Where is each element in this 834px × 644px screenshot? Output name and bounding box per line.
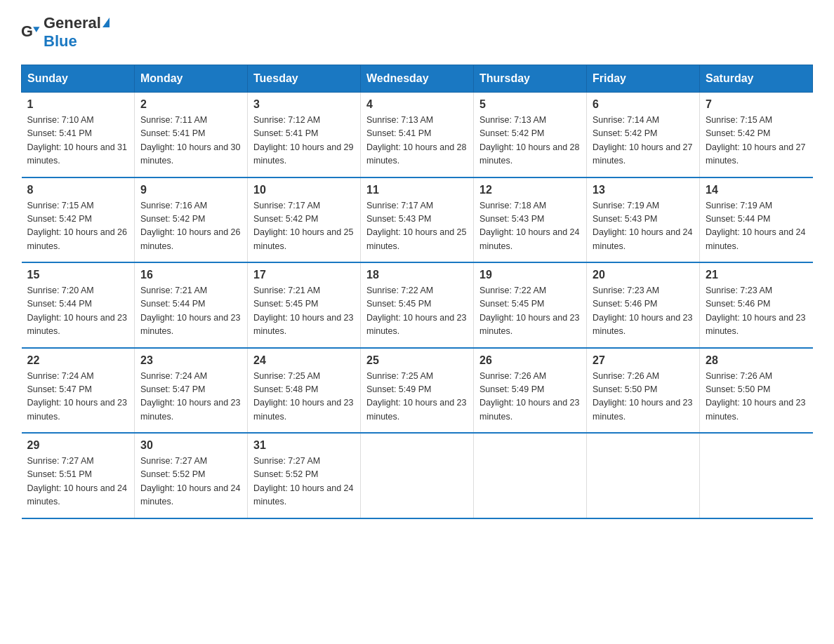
weekday-header-saturday: Saturday (700, 65, 813, 93)
day-info: Sunrise: 7:16 AMSunset: 5:42 PMDaylight:… (140, 201, 240, 251)
calendar-day-cell (587, 433, 700, 518)
day-info: Sunrise: 7:20 AMSunset: 5:44 PMDaylight:… (27, 286, 127, 336)
calendar-week-row: 29 Sunrise: 7:27 AMSunset: 5:51 PMDaylig… (22, 433, 813, 518)
day-info: Sunrise: 7:21 AMSunset: 5:44 PMDaylight:… (140, 286, 240, 336)
calendar-day-cell: 19 Sunrise: 7:22 AMSunset: 5:45 PMDaylig… (474, 262, 587, 348)
day-info: Sunrise: 7:22 AMSunset: 5:45 PMDaylight:… (366, 286, 466, 336)
svg-text:G: G (21, 22, 33, 40)
day-number: 8 (27, 184, 129, 196)
day-number: 5 (479, 98, 581, 111)
day-info: Sunrise: 7:17 AMSunset: 5:42 PMDaylight:… (253, 201, 353, 251)
calendar-day-cell: 25 Sunrise: 7:25 AMSunset: 5:49 PMDaylig… (361, 348, 474, 434)
calendar-day-cell: 11 Sunrise: 7:17 AMSunset: 5:43 PMDaylig… (361, 177, 474, 263)
weekday-header-monday: Monday (135, 65, 248, 93)
day-number: 25 (366, 354, 468, 367)
day-info: Sunrise: 7:24 AMSunset: 5:47 PMDaylight:… (27, 371, 127, 422)
day-info: Sunrise: 7:14 AMSunset: 5:42 PMDaylight:… (593, 115, 692, 166)
day-info: Sunrise: 7:24 AMSunset: 5:47 PMDaylight:… (140, 371, 240, 422)
day-info: Sunrise: 7:23 AMSunset: 5:46 PMDaylight:… (593, 286, 692, 336)
calendar-day-cell: 6 Sunrise: 7:14 AMSunset: 5:42 PMDayligh… (587, 93, 700, 177)
calendar-day-cell: 13 Sunrise: 7:19 AMSunset: 5:43 PMDaylig… (587, 177, 700, 263)
calendar-day-cell: 29 Sunrise: 7:27 AMSunset: 5:51 PMDaylig… (22, 433, 135, 518)
weekday-header-sunday: Sunday (22, 65, 135, 93)
day-number: 23 (140, 354, 241, 367)
calendar-day-cell (361, 433, 474, 518)
day-info: Sunrise: 7:27 AMSunset: 5:52 PMDaylight:… (140, 456, 240, 507)
calendar-day-cell: 16 Sunrise: 7:21 AMSunset: 5:44 PMDaylig… (135, 262, 248, 348)
calendar-day-cell (474, 433, 587, 518)
calendar-week-row: 15 Sunrise: 7:20 AMSunset: 5:44 PMDaylig… (22, 262, 813, 348)
calendar-day-cell: 7 Sunrise: 7:15 AMSunset: 5:42 PMDayligh… (700, 93, 813, 177)
day-info: Sunrise: 7:25 AMSunset: 5:49 PMDaylight:… (366, 371, 466, 422)
day-info: Sunrise: 7:15 AMSunset: 5:42 PMDaylight:… (706, 115, 805, 166)
day-number: 7 (706, 98, 807, 111)
day-number: 16 (140, 269, 241, 281)
calendar-day-cell: 30 Sunrise: 7:27 AMSunset: 5:52 PMDaylig… (135, 433, 248, 518)
day-info: Sunrise: 7:25 AMSunset: 5:48 PMDaylight:… (253, 371, 353, 422)
calendar-day-cell: 18 Sunrise: 7:22 AMSunset: 5:45 PMDaylig… (361, 262, 474, 348)
day-number: 1 (27, 98, 129, 111)
calendar-day-cell: 23 Sunrise: 7:24 AMSunset: 5:47 PMDaylig… (135, 348, 248, 434)
logo: G General Blue (21, 14, 110, 51)
day-number: 31 (253, 439, 355, 452)
day-number: 11 (366, 184, 468, 196)
calendar-day-cell: 17 Sunrise: 7:21 AMSunset: 5:45 PMDaylig… (248, 262, 361, 348)
calendar-day-cell: 27 Sunrise: 7:26 AMSunset: 5:50 PMDaylig… (587, 348, 700, 434)
calendar-day-cell: 9 Sunrise: 7:16 AMSunset: 5:42 PMDayligh… (135, 177, 248, 263)
calendar-day-cell: 22 Sunrise: 7:24 AMSunset: 5:47 PMDaylig… (22, 348, 135, 434)
calendar-day-cell: 2 Sunrise: 7:11 AMSunset: 5:41 PMDayligh… (135, 93, 248, 177)
day-info: Sunrise: 7:26 AMSunset: 5:50 PMDaylight:… (593, 371, 692, 422)
day-number: 13 (593, 184, 694, 196)
day-number: 19 (479, 269, 581, 281)
calendar-day-cell: 20 Sunrise: 7:23 AMSunset: 5:46 PMDaylig… (587, 262, 700, 348)
day-info: Sunrise: 7:15 AMSunset: 5:42 PMDaylight:… (27, 201, 127, 251)
day-info: Sunrise: 7:10 AMSunset: 5:41 PMDaylight:… (27, 115, 127, 166)
day-info: Sunrise: 7:12 AMSunset: 5:41 PMDaylight:… (253, 115, 353, 166)
calendar-day-cell: 26 Sunrise: 7:26 AMSunset: 5:49 PMDaylig… (474, 348, 587, 434)
day-number: 12 (479, 184, 581, 196)
day-number: 24 (253, 354, 355, 367)
day-info: Sunrise: 7:21 AMSunset: 5:45 PMDaylight:… (253, 286, 353, 336)
weekday-header-wednesday: Wednesday (361, 65, 474, 93)
logo-general-text: General (44, 14, 101, 32)
calendar-day-cell: 15 Sunrise: 7:20 AMSunset: 5:44 PMDaylig… (22, 262, 135, 348)
calendar-day-cell: 14 Sunrise: 7:19 AMSunset: 5:44 PMDaylig… (700, 177, 813, 263)
day-number: 3 (253, 98, 355, 111)
day-info: Sunrise: 7:23 AMSunset: 5:46 PMDaylight:… (706, 286, 805, 336)
day-number: 30 (140, 439, 241, 452)
day-number: 27 (593, 354, 694, 367)
calendar-day-cell: 4 Sunrise: 7:13 AMSunset: 5:41 PMDayligh… (361, 93, 474, 177)
day-number: 6 (593, 98, 694, 111)
day-info: Sunrise: 7:19 AMSunset: 5:43 PMDaylight:… (593, 201, 692, 251)
day-info: Sunrise: 7:17 AMSunset: 5:43 PMDaylight:… (366, 201, 466, 251)
weekday-header-friday: Friday (587, 65, 700, 93)
calendar-day-cell: 21 Sunrise: 7:23 AMSunset: 5:46 PMDaylig… (700, 262, 813, 348)
calendar-day-cell: 31 Sunrise: 7:27 AMSunset: 5:52 PMDaylig… (248, 433, 361, 518)
day-number: 14 (706, 184, 807, 196)
day-number: 18 (366, 269, 468, 281)
calendar-day-cell: 5 Sunrise: 7:13 AMSunset: 5:42 PMDayligh… (474, 93, 587, 177)
weekday-header-tuesday: Tuesday (248, 65, 361, 93)
day-info: Sunrise: 7:22 AMSunset: 5:45 PMDaylight:… (479, 286, 579, 336)
day-info: Sunrise: 7:27 AMSunset: 5:51 PMDaylight:… (27, 456, 127, 507)
day-number: 4 (366, 98, 468, 111)
calendar-day-cell: 3 Sunrise: 7:12 AMSunset: 5:41 PMDayligh… (248, 93, 361, 177)
day-number: 10 (253, 184, 355, 196)
logo-flag-icon (102, 18, 110, 27)
day-number: 2 (140, 98, 241, 111)
day-info: Sunrise: 7:27 AMSunset: 5:52 PMDaylight:… (253, 456, 353, 507)
calendar-day-cell: 1 Sunrise: 7:10 AMSunset: 5:41 PMDayligh… (22, 93, 135, 177)
day-info: Sunrise: 7:13 AMSunset: 5:42 PMDaylight:… (479, 115, 579, 166)
calendar-week-row: 1 Sunrise: 7:10 AMSunset: 5:41 PMDayligh… (22, 93, 813, 177)
day-number: 15 (27, 269, 129, 281)
day-number: 17 (253, 269, 355, 281)
calendar-table: SundayMondayTuesdayWednesdayThursdayFrid… (21, 65, 813, 519)
calendar-day-cell: 24 Sunrise: 7:25 AMSunset: 5:48 PMDaylig… (248, 348, 361, 434)
day-info: Sunrise: 7:26 AMSunset: 5:49 PMDaylight:… (479, 371, 579, 422)
day-number: 22 (27, 354, 129, 367)
logo-blue-text: Blue (44, 32, 77, 50)
svg-marker-1 (33, 27, 39, 32)
day-number: 20 (593, 269, 694, 281)
page-header: G General Blue (21, 14, 813, 51)
calendar-day-cell: 8 Sunrise: 7:15 AMSunset: 5:42 PMDayligh… (22, 177, 135, 263)
